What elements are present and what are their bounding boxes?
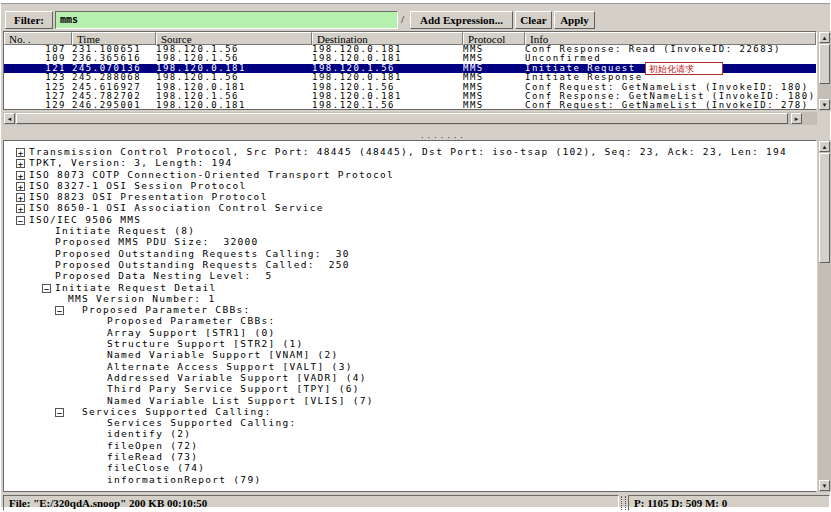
tree-line[interactable]: −Services Supported Calling: xyxy=(4,406,816,417)
tree-line[interactable]: identify (2) xyxy=(4,428,816,439)
tree-line[interactable]: Structure Support [STR2] (1) xyxy=(4,338,816,349)
packet-row[interactable]: 129246.295001198.120.0.181198.120.1.56MM… xyxy=(4,101,816,110)
scrollbar-thumb[interactable] xyxy=(819,44,830,84)
expand-icon[interactable]: + xyxy=(16,159,25,168)
column-header-destination[interactable]: Destination xyxy=(312,32,463,45)
scroll-down-icon[interactable]: ▼ xyxy=(819,480,830,491)
tree-line-label: ISO 8327-1 OSI Session Protocol xyxy=(29,180,247,191)
tree-line[interactable]: Services Supported Calling: xyxy=(4,417,816,428)
column-header-time[interactable]: Time xyxy=(72,32,156,45)
packet-destination: 198.120.1.56 xyxy=(312,64,463,73)
tree-line[interactable]: Proposed Data Nesting Level: 5 xyxy=(4,270,816,281)
expand-icon[interactable]: + xyxy=(16,171,25,180)
column-header-no[interactable]: No. . xyxy=(4,32,72,45)
packet-list-scrollbar[interactable]: ▲ ▼ xyxy=(818,31,831,111)
tree-line[interactable]: informationReport (79) xyxy=(4,474,816,485)
tree-line-label: fileClose (74) xyxy=(107,462,205,473)
tree-line[interactable]: Proposed Outstanding Requests Called: 25… xyxy=(4,259,816,270)
packet-protocol: MMS xyxy=(463,92,525,101)
tree-line[interactable]: −Proposed Parameter CBBs: xyxy=(4,304,816,315)
tree-line[interactable]: Addressed Variable Support [VADR] (4) xyxy=(4,372,816,383)
packet-time: 245.288068 xyxy=(72,73,156,82)
packet-source: 198.120.0.181 xyxy=(156,64,312,73)
packet-row[interactable]: 125245.616927198.120.0.181198.120.1.56MM… xyxy=(4,83,816,92)
packet-info: Conf Request: GetNameList (InvokeID: 278… xyxy=(525,101,816,110)
collapse-icon[interactable]: − xyxy=(42,284,51,293)
detail-tree-scrollbar[interactable]: ▲ ▼ xyxy=(818,140,831,492)
packet-no: 107 xyxy=(4,45,72,54)
expand-icon[interactable]: + xyxy=(16,182,25,191)
packet-no: 109 xyxy=(4,54,72,63)
column-header-source[interactable]: Source xyxy=(156,32,312,45)
collapse-icon[interactable]: − xyxy=(55,408,64,417)
expand-icon[interactable]: + xyxy=(16,148,25,157)
hscrollbar-thumb[interactable] xyxy=(16,113,788,124)
apply-button[interactable]: Apply xyxy=(554,11,595,29)
tree-line[interactable]: −Initiate Request Detail xyxy=(4,282,816,293)
packet-time: 236.365616 xyxy=(72,54,156,63)
status-packet-counters: P: 1105 D: 509 M: 0 xyxy=(628,495,830,511)
tree-line[interactable]: Named Variable Support [VNAM] (2) xyxy=(4,349,816,360)
tree-line-label: Initiate Request (8) xyxy=(55,225,195,236)
scroll-right-icon[interactable]: ► xyxy=(791,113,802,124)
scroll-up-icon[interactable]: ▲ xyxy=(819,32,830,43)
packet-list-header: No. .TimeSourceDestinationProtocolInfo xyxy=(4,32,816,45)
scroll-up-icon[interactable]: ▲ xyxy=(819,141,830,152)
tree-line-label: fileRead (73) xyxy=(107,451,198,462)
tree-line[interactable]: fileOpen (72) xyxy=(4,440,816,451)
expand-icon[interactable]: + xyxy=(16,193,25,202)
tree-line[interactable]: +ISO 8823 OSI Presentation Protocol xyxy=(4,191,816,202)
packet-row[interactable]: 127245.782702198.120.1.56198.120.0.181MM… xyxy=(4,92,816,101)
tree-line-label: ISO 8823 OSI Presentation Protocol xyxy=(29,191,268,202)
packet-row[interactable]: 107231.100651198.120.1.56198.120.0.181MM… xyxy=(4,45,816,54)
tree-line[interactable]: +Transmission Control Protocol, Src Port… xyxy=(4,146,816,157)
tree-line[interactable]: +ISO 8650-1 OSI Association Control Serv… xyxy=(4,202,816,213)
packet-row[interactable]: 121245.070136198.120.0.181198.120.1.56MM… xyxy=(4,64,816,73)
tree-line[interactable]: Named Variable List Support [VLIS] (7) xyxy=(4,395,816,406)
pane-splitter[interactable]: ······· xyxy=(1,126,831,140)
column-header-protocol[interactable]: Protocol xyxy=(463,32,525,45)
tree-line-label: Addressed Variable Support [VADR] (4) xyxy=(107,372,367,383)
packet-source: 198.120.0.181 xyxy=(156,101,312,110)
filter-input[interactable]: mms xyxy=(55,11,398,29)
packet-protocol: MMS xyxy=(463,83,525,92)
tree-line[interactable]: Proposed Parameter CBBs: xyxy=(4,315,816,326)
packet-protocol: MMS xyxy=(463,45,525,54)
tree-line-label: TPKT, Version: 3, Length: 194 xyxy=(29,157,233,168)
packet-time: 231.100651 xyxy=(72,45,156,54)
tree-line[interactable]: +ISO 8073 COTP Connection-Oriented Trans… xyxy=(4,169,816,180)
add-expression-button[interactable]: Add Expression... xyxy=(410,11,513,29)
tree-line-label: MMS Version Number: 1 xyxy=(68,293,215,304)
tree-line-label: Initiate Request Detail xyxy=(55,282,216,293)
column-header-info[interactable]: Info xyxy=(525,32,816,45)
filter-button[interactable]: Filter: xyxy=(5,11,53,29)
packet-list-body: 107231.100651198.120.1.56198.120.0.181MM… xyxy=(4,45,816,110)
tree-line[interactable]: MMS Version Number: 1 xyxy=(4,293,816,304)
expand-icon[interactable]: + xyxy=(16,204,25,213)
collapse-icon[interactable]: − xyxy=(55,306,64,315)
scrollbar-thumb[interactable] xyxy=(819,153,830,263)
tree-line[interactable]: Array Support [STR1] (0) xyxy=(4,327,816,338)
packet-time: 246.295001 xyxy=(72,101,156,110)
tree-line-label: Structure Support [STR2] (1) xyxy=(107,338,304,349)
tree-line[interactable]: fileRead (73) xyxy=(4,451,816,462)
status-bar-grip[interactable] xyxy=(621,496,626,510)
tree-line[interactable]: +ISO 8327-1 OSI Session Protocol xyxy=(4,180,816,191)
collapse-icon[interactable]: − xyxy=(16,216,25,225)
tree-line[interactable]: Initiate Request (8) xyxy=(4,225,816,236)
tree-line[interactable]: fileClose (74) xyxy=(4,462,816,473)
tree-line[interactable]: Alternate Access Support [VALT] (3) xyxy=(4,361,816,372)
tree-line[interactable]: Third Pary Service Support [TPY] (6) xyxy=(4,383,816,394)
scroll-left-icon[interactable]: ◄ xyxy=(4,113,15,124)
clear-button[interactable]: Clear xyxy=(515,11,552,29)
scroll-down-icon[interactable]: ▼ xyxy=(819,99,830,110)
tree-line[interactable]: −ISO/IEC 9506 MMS xyxy=(4,214,816,225)
packet-list-hscrollbar[interactable]: ◄ ► xyxy=(3,112,817,125)
tree-line-label: Array Support [STR1] (0) xyxy=(107,327,275,338)
packet-no: 125 xyxy=(4,83,72,92)
tree-line[interactable]: Proposed MMS PDU Size: 32000 xyxy=(4,236,816,247)
tree-line[interactable]: +TPKT, Version: 3, Length: 194 xyxy=(4,157,816,168)
tree-line-label: Proposed Outstanding Requests Called: 25… xyxy=(55,259,350,270)
tree-line[interactable]: Proposed Outstanding Requests Calling: 3… xyxy=(4,248,816,259)
tree-line-label: Services Supported Calling: xyxy=(107,417,297,428)
